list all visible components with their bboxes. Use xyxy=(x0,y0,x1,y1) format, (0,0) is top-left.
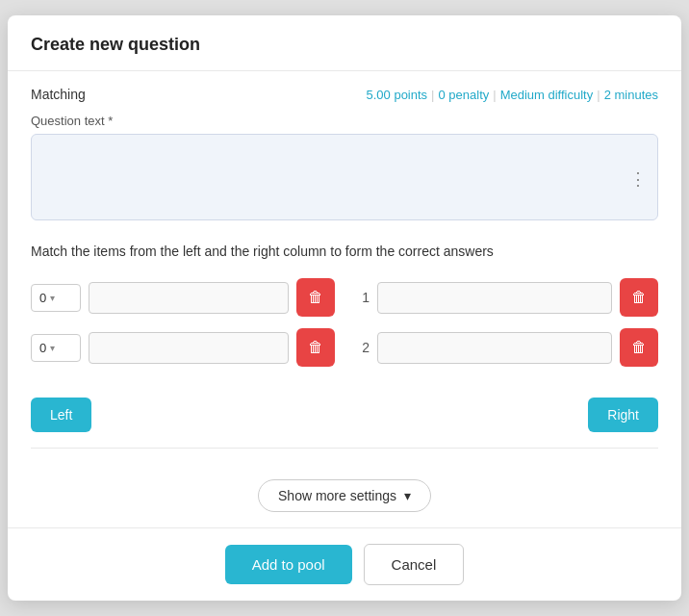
question-meta: Matching 5.00 points | 0 penalty | Mediu… xyxy=(31,87,658,102)
right-row-1: 1 🗑 xyxy=(354,278,658,317)
separator-2: | xyxy=(493,88,496,102)
modal-title: Create new question xyxy=(31,35,658,55)
right-row-1-input[interactable] xyxy=(377,282,612,314)
time-label[interactable]: 2 minutes xyxy=(604,88,658,102)
chevron-down-icon-2: ▾ xyxy=(50,343,55,353)
add-right-button[interactable]: Right xyxy=(588,398,658,432)
settings-section: Show more settings ▾ xyxy=(8,464,681,528)
trash-icon-3: 🗑 xyxy=(631,289,647,306)
right-row-1-delete-button[interactable]: 🗑 xyxy=(620,278,658,317)
right-row-1-number: 1 xyxy=(354,290,370,305)
question-text-container: ⋮ xyxy=(31,134,658,224)
left-row-1-select[interactable]: 0 ▾ xyxy=(31,284,81,312)
left-row-1-delete-button[interactable]: 🗑 xyxy=(296,278,335,317)
difficulty-label[interactable]: Medium difficulty xyxy=(500,88,594,102)
points-label[interactable]: 5.00 points xyxy=(367,88,428,102)
modal-body: Matching 5.00 points | 0 penalty | Mediu… xyxy=(8,71,681,464)
more-options-icon[interactable]: ⋮ xyxy=(629,168,649,190)
question-type: Matching xyxy=(31,87,86,102)
chevron-down-icon-3: ▾ xyxy=(404,488,411,503)
penalty-label[interactable]: 0 penalty xyxy=(439,88,490,102)
left-row-2-input[interactable] xyxy=(89,332,289,364)
modal-footer: Add to pool Cancel xyxy=(8,528,681,601)
left-row-1: 0 ▾ 🗑 xyxy=(31,278,335,317)
chevron-down-icon: ▾ xyxy=(50,293,55,303)
left-column: 0 ▾ 🗑 0 ▾ 🗑 xyxy=(31,278,335,378)
question-text-input[interactable] xyxy=(31,134,658,220)
columns-container: 0 ▾ 🗑 0 ▾ 🗑 xyxy=(31,278,658,378)
left-row-1-number: 0 xyxy=(39,291,46,305)
modal-header: Create new question xyxy=(8,15,681,71)
right-row-2-number: 2 xyxy=(354,340,370,355)
left-row-2: 0 ▾ 🗑 xyxy=(31,328,335,367)
meta-info: 5.00 points | 0 penalty | Medium difficu… xyxy=(367,88,659,102)
question-text-label: Question text * xyxy=(31,114,658,128)
add-to-pool-button[interactable]: Add to pool xyxy=(225,545,352,584)
show-settings-label: Show more settings xyxy=(278,488,396,503)
trash-icon-4: 🗑 xyxy=(631,339,647,356)
separator-3: | xyxy=(597,88,600,102)
right-row-2-delete-button[interactable]: 🗑 xyxy=(620,328,658,367)
action-row: Left Right xyxy=(31,398,658,449)
separator-1: | xyxy=(431,88,434,102)
add-left-button[interactable]: Left xyxy=(31,398,91,432)
right-column: 1 🗑 2 🗑 xyxy=(354,278,658,378)
left-row-1-input[interactable] xyxy=(89,282,289,314)
trash-icon: 🗑 xyxy=(308,289,323,306)
instruction-text: Match the items from the left and the ri… xyxy=(31,244,658,259)
trash-icon-2: 🗑 xyxy=(308,339,323,356)
right-row-2: 2 🗑 xyxy=(354,328,658,367)
left-row-2-number: 0 xyxy=(39,341,46,355)
create-question-modal: Create new question Matching 5.00 points… xyxy=(8,15,681,601)
cancel-button[interactable]: Cancel xyxy=(364,544,465,585)
left-row-2-select[interactable]: 0 ▾ xyxy=(31,334,81,362)
right-row-2-input[interactable] xyxy=(377,332,612,364)
show-settings-button[interactable]: Show more settings ▾ xyxy=(258,479,431,512)
left-row-2-delete-button[interactable]: 🗑 xyxy=(296,328,335,367)
